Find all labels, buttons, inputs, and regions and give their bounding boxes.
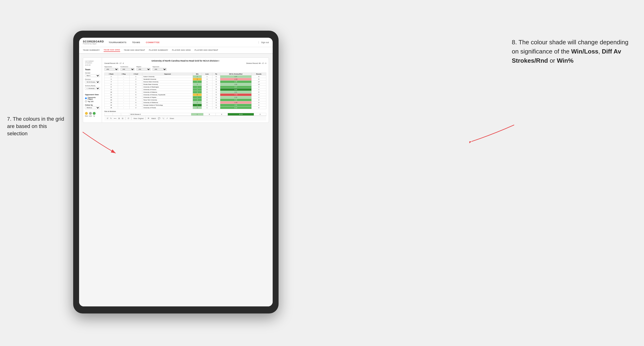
logo-area: SCOREBOARD Powered by clippd	[83, 40, 104, 44]
toolbar-divider2	[131, 117, 132, 120]
toolbar-network[interactable]: ⌥	[162, 117, 164, 120]
annotation-right: 8. The colour shade will change dependin…	[512, 38, 630, 65]
sidebar-colour-by-title: Colour by	[85, 104, 100, 106]
table-row: 13-1Texas Tech University3005.569	[104, 99, 266, 101]
tab-team-summary[interactable]: TEAM SUMMARY	[83, 49, 100, 52]
tab-player-h2h-grid[interactable]: PLAYER H2H GRID	[172, 49, 191, 52]
sidebar-gender-label: Gender	[85, 72, 100, 74]
col-rounds: Rounds	[252, 73, 266, 75]
legend-up-label: Up	[94, 115, 95, 117]
col-conf: # Conf	[129, 73, 142, 75]
sidebar-gender-select[interactable]: Men's	[85, 74, 100, 77]
ood-win: 1	[191, 113, 203, 116]
toolbar-undo[interactable]: ↺	[107, 117, 108, 120]
sidebar-team-title: Team	[85, 68, 100, 71]
content-panel: Last Updated: 27/03/2024 16:55:38 Team G…	[83, 57, 269, 123]
tab-team-h2h-grid[interactable]: TEAM H2H GRID	[104, 49, 120, 52]
filter-region: Region (All)	[136, 66, 150, 71]
ood-conf	[121, 113, 129, 116]
top100-label: Top 100	[88, 101, 94, 102]
toolbar: ↺ ↻ ⟵ ⊞ ⊟ ⏱ View: Original 👁 Watch 💬 ⌥	[104, 116, 266, 121]
filter-conference: Conference (All)	[120, 66, 134, 71]
filter-region-select[interactable]: (All)	[136, 68, 150, 71]
col-opponent: Opponent	[142, 73, 193, 75]
table-row: 16-2University of Florida3106.629	[104, 107, 266, 109]
toolbar-watch-label[interactable]: Watch	[151, 118, 156, 119]
legend-down-label: Down	[85, 115, 88, 117]
filter-row: Opponents: (All) Conference (All)	[104, 66, 266, 71]
filter-conference-label: Conference	[120, 66, 134, 67]
grid-records: Overall Record: 89 - 17 - 0 Division Rec…	[104, 62, 266, 64]
table-row: 8-2University of Washington1003.673	[104, 86, 266, 88]
ood-loss: 0	[203, 113, 216, 116]
out-of-division-row: NCAA Division II 1 0 0 26.00 3	[104, 113, 266, 116]
main-content: Last Updated: 27/03/2024 16:55:38 Team G…	[79, 54, 273, 306]
ood-rank	[104, 113, 113, 116]
sidebar-legend: Down Level Up	[85, 112, 100, 117]
filter-conference-select[interactable]: (All)	[120, 68, 134, 71]
legend-down-dot	[85, 112, 88, 115]
nav-tournaments[interactable]: TOURNAMENTS	[108, 41, 126, 44]
logo-text: SCOREBOARD	[83, 40, 104, 43]
filter-opponents-select[interactable]: (All)	[104, 68, 118, 71]
toolbar-clock[interactable]: ⏱	[128, 117, 129, 120]
table-row: 10-5University of Alabama3002.618	[104, 91, 266, 94]
ood-reg	[113, 113, 121, 116]
arrow-right-svg	[469, 123, 516, 146]
out-of-division-table: NCAA Division II 1 0 0 26.00 3	[104, 113, 266, 116]
main-nav: TOURNAMENTS TEAMS COMMITTEE	[108, 41, 258, 44]
col-diff: Diff Av Strokes/Rnd	[220, 73, 252, 75]
sidebar-radio-top100: Top 100	[85, 100, 100, 102]
sidebar-division-select[interactable]: NCAA Division I	[85, 81, 100, 83]
sidebar-school-select[interactable]: 1. University of Nort...	[85, 87, 100, 90]
grid-area: University of North Carolina Head-to-Hea…	[102, 58, 269, 123]
tab-team-h2h-heatmap[interactable]: TEAM H2H HEATMAP	[124, 49, 145, 52]
tab-player-summary[interactable]: PLAYER SUMMARY	[149, 49, 168, 52]
toolbar-comment[interactable]: 💬	[158, 117, 160, 120]
filter-opponents-label: Opponents:	[104, 66, 118, 67]
table-row: 15-4Georgia Institute of Technology5004.…	[104, 104, 266, 107]
col-win: Win	[193, 73, 202, 75]
toolbar-view-label: View: Original	[134, 118, 144, 119]
nav-teams[interactable]: TEAMS	[132, 41, 140, 44]
col-reg: # Reg	[118, 73, 129, 75]
nav-committee[interactable]: COMMITTEE	[146, 41, 160, 44]
ood-rounds: 3	[254, 113, 266, 116]
sidebar-school-label: School (Rank)	[85, 85, 100, 86]
tablet-screen: SCOREBOARD Powered by clippd TOURNAMENTS…	[79, 38, 273, 306]
grid-title: University of North Carolina Head-to-Hea…	[104, 60, 266, 62]
toolbar-share-label[interactable]: Share	[170, 118, 174, 119]
toolbar-crop[interactable]: ⊞	[118, 117, 120, 120]
tablet-frame: SCOREBOARD Powered by clippd TOURNAMENTS…	[73, 31, 278, 314]
filter-opponents: Opponents: (All)	[104, 66, 118, 71]
sidebar: Last Updated: 27/03/2024 16:55:38 Team G…	[83, 58, 102, 123]
toolbar-eye: 👁	[148, 117, 150, 120]
toolbar-back[interactable]: ⟵	[114, 117, 116, 120]
col-loss: Loss	[202, 73, 212, 75]
division-record: Division Record: 88 - 17 - 0	[246, 62, 266, 64]
toolbar-redo[interactable]: ↻	[110, 117, 112, 120]
filter-opponent-select[interactable]: (All)	[152, 68, 167, 71]
annotation-left: 7. The colours in the grid are based on …	[7, 116, 68, 137]
filter-opponent-label: Opponent	[152, 66, 167, 67]
logo-sub: Powered by clippd	[83, 43, 104, 44]
ood-label: NCAA Division II	[129, 113, 191, 116]
sign-out[interactable]: Sign out	[258, 41, 269, 44]
table-row: 11-6University of Arkansas, Fayetteville…	[104, 94, 266, 96]
legend-down: Down	[85, 112, 88, 117]
table-row: 14-0University of Oklahoma100-1.009	[104, 101, 266, 104]
legend-level-label: Level	[89, 115, 92, 117]
sidebar-radio-opponents-played: Opponents Played	[85, 97, 100, 100]
ood-diff: 26.00	[228, 113, 254, 116]
legend-up: Up	[93, 112, 96, 117]
toolbar-share-icon[interactable]: ↗	[166, 117, 168, 120]
overall-record: Overall Record: 89 - 17 - 0	[104, 62, 124, 64]
toolbar-divider	[125, 117, 126, 120]
toolbar-grid[interactable]: ⊟	[122, 117, 124, 120]
tab-player-h2h-heatmap[interactable]: PLAYER H2H HEATMAP	[194, 49, 218, 52]
toolbar-divider3	[146, 117, 146, 120]
legend-level: Level	[89, 112, 92, 117]
sidebar-colour-by-select[interactable]: Win/loss	[85, 106, 100, 109]
table-row: 4-1Arizona State University5102.2817	[104, 81, 266, 83]
sidebar-timestamp: Last Updated: 27/03/2024 16:55:38	[85, 60, 100, 66]
